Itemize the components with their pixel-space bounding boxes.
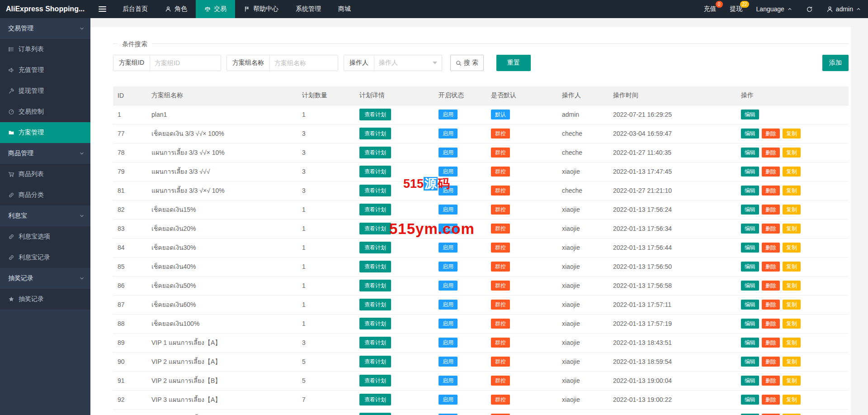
edit-button[interactable]: 编辑 bbox=[741, 167, 759, 176]
view-plan-button[interactable]: 查看计划 bbox=[359, 375, 391, 386]
delete-button[interactable]: 删除 bbox=[762, 357, 780, 367]
top-nav-item[interactable]: 商城 bbox=[330, 0, 359, 18]
plan-group-name-input[interactable] bbox=[270, 55, 338, 71]
view-plan-button[interactable]: 查看计划 bbox=[359, 242, 391, 253]
delete-button[interactable]: 删除 bbox=[762, 129, 780, 138]
copy-button[interactable]: 复制 bbox=[783, 243, 801, 253]
group-control-badge[interactable]: 群控 bbox=[491, 376, 510, 386]
group-control-badge[interactable]: 群控 bbox=[491, 338, 510, 348]
group-control-badge[interactable]: 群控 bbox=[491, 281, 510, 291]
delete-button[interactable]: 删除 bbox=[762, 167, 780, 176]
group-control-badge[interactable]: 群控 bbox=[491, 300, 510, 310]
top-nav-item[interactable]: 后台首页 bbox=[114, 0, 156, 18]
status-badge[interactable]: 启用 bbox=[439, 262, 458, 272]
status-badge[interactable]: 启用 bbox=[439, 243, 458, 253]
sidebar-item[interactable]: 利息宝记录 bbox=[0, 247, 90, 268]
sidebar-item[interactable]: 商品列表 bbox=[0, 164, 90, 185]
copy-button[interactable]: 复制 bbox=[783, 281, 801, 291]
delete-button[interactable]: 删除 bbox=[762, 376, 780, 386]
status-badge[interactable]: 启用 bbox=[439, 129, 458, 138]
copy-button[interactable]: 复制 bbox=[783, 148, 801, 157]
copy-button[interactable]: 复制 bbox=[783, 129, 801, 138]
group-control-badge[interactable]: 群控 bbox=[491, 224, 510, 234]
edit-button[interactable]: 编辑 bbox=[741, 281, 759, 291]
operator-select[interactable]: 操作人 操作人 bbox=[344, 55, 442, 71]
withdraw-link[interactable]: 提现 22 bbox=[723, 0, 750, 18]
edit-button[interactable]: 编辑 bbox=[741, 243, 759, 253]
view-plan-button[interactable]: 查看计划 bbox=[359, 166, 391, 177]
edit-button[interactable]: 编辑 bbox=[741, 376, 759, 386]
edit-button[interactable]: 编辑 bbox=[741, 186, 759, 196]
sidebar-group[interactable]: 商品管理 bbox=[0, 143, 90, 164]
sidebar-item[interactable]: 抽奖记录 bbox=[0, 289, 90, 310]
edit-button[interactable]: 编辑 bbox=[741, 338, 759, 348]
delete-button[interactable]: 删除 bbox=[762, 243, 780, 253]
status-badge[interactable]: 启用 bbox=[439, 110, 458, 119]
status-badge[interactable]: 启用 bbox=[439, 300, 458, 310]
view-plan-button[interactable]: 查看计划 bbox=[359, 204, 391, 215]
delete-button[interactable]: 删除 bbox=[762, 300, 780, 310]
refresh-button[interactable] bbox=[799, 0, 820, 18]
view-plan-button[interactable]: 查看计划 bbox=[359, 394, 391, 405]
view-plan-button[interactable]: 查看计划 bbox=[359, 337, 391, 348]
copy-button[interactable]: 复制 bbox=[783, 262, 801, 272]
group-control-badge[interactable]: 群控 bbox=[491, 129, 510, 138]
top-nav-item[interactable]: 系统管理 bbox=[287, 0, 330, 18]
delete-button[interactable]: 删除 bbox=[762, 148, 780, 157]
status-badge[interactable]: 启用 bbox=[439, 376, 458, 386]
delete-button[interactable]: 删除 bbox=[762, 224, 780, 234]
view-plan-button[interactable]: 查看计划 bbox=[359, 356, 391, 367]
search-button[interactable]: 搜 索 bbox=[450, 55, 484, 71]
default-badge[interactable]: 默认 bbox=[491, 110, 510, 119]
delete-button[interactable]: 删除 bbox=[762, 319, 780, 329]
group-control-badge[interactable]: 群控 bbox=[491, 319, 510, 329]
recharge-link[interactable]: 充值 0 bbox=[697, 0, 723, 18]
menu-toggle-button[interactable] bbox=[90, 0, 114, 18]
edit-button[interactable]: 编辑 bbox=[741, 357, 759, 367]
group-control-badge[interactable]: 群控 bbox=[491, 148, 510, 157]
sidebar-group[interactable]: 交易管理 bbox=[0, 18, 90, 39]
status-badge[interactable]: 启用 bbox=[439, 338, 458, 348]
edit-button[interactable]: 编辑 bbox=[741, 395, 759, 405]
edit-button[interactable]: 编辑 bbox=[741, 148, 759, 157]
top-nav-item[interactable]: 交易 bbox=[196, 0, 235, 18]
edit-button[interactable]: 编辑 bbox=[741, 300, 759, 310]
reset-button[interactable]: 重置 bbox=[496, 55, 531, 71]
group-control-badge[interactable]: 群控 bbox=[491, 395, 510, 405]
status-badge[interactable]: 启用 bbox=[439, 395, 458, 405]
group-control-badge[interactable]: 群控 bbox=[491, 167, 510, 176]
sidebar-item[interactable]: 方案管理 bbox=[0, 122, 90, 143]
copy-button[interactable]: 复制 bbox=[783, 205, 801, 215]
copy-button[interactable]: 复制 bbox=[783, 186, 801, 196]
view-plan-button[interactable]: 查看计划 bbox=[359, 109, 391, 120]
copy-button[interactable]: 复制 bbox=[783, 167, 801, 176]
edit-button[interactable]: 编辑 bbox=[741, 319, 759, 329]
copy-button[interactable]: 复制 bbox=[783, 224, 801, 234]
status-badge[interactable]: 启用 bbox=[439, 357, 458, 367]
user-dropdown[interactable]: admin bbox=[820, 0, 868, 18]
status-badge[interactable]: 启用 bbox=[439, 148, 458, 157]
edit-button[interactable]: 编辑 bbox=[741, 110, 759, 119]
add-button[interactable]: 添加 bbox=[822, 55, 849, 71]
group-control-badge[interactable]: 群控 bbox=[491, 262, 510, 272]
top-nav-item[interactable]: 帮助中心 bbox=[235, 0, 287, 18]
sidebar-item[interactable]: 交易控制 bbox=[0, 101, 90, 122]
edit-button[interactable]: 编辑 bbox=[741, 129, 759, 138]
status-badge[interactable]: 启用 bbox=[439, 167, 458, 176]
view-plan-button[interactable]: 查看计划 bbox=[359, 280, 391, 291]
edit-button[interactable]: 编辑 bbox=[741, 224, 759, 234]
status-badge[interactable]: 启用 bbox=[439, 205, 458, 215]
copy-button[interactable]: 复制 bbox=[783, 376, 801, 386]
plan-group-id-input[interactable] bbox=[150, 55, 221, 71]
edit-button[interactable]: 编辑 bbox=[741, 262, 759, 272]
status-badge[interactable]: 启用 bbox=[439, 281, 458, 291]
sidebar-item[interactable]: 利息宝选项 bbox=[0, 226, 90, 247]
copy-button[interactable]: 复制 bbox=[783, 300, 801, 310]
sidebar-item[interactable]: 充值管理 bbox=[0, 60, 90, 81]
group-control-badge[interactable]: 群控 bbox=[491, 357, 510, 367]
sidebar-item[interactable]: 订单列表 bbox=[0, 39, 90, 60]
delete-button[interactable]: 删除 bbox=[762, 338, 780, 348]
view-plan-button[interactable]: 查看计划 bbox=[359, 147, 391, 158]
copy-button[interactable]: 复制 bbox=[783, 357, 801, 367]
copy-button[interactable]: 复制 bbox=[783, 319, 801, 329]
